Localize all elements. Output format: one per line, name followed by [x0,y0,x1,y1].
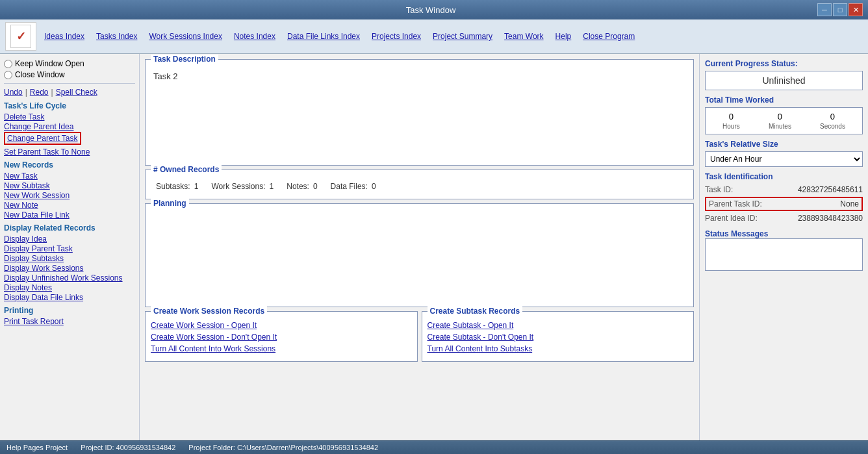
restore-button[interactable]: □ [833,3,847,16]
close-button[interactable]: ✕ [849,3,863,16]
create-subtask-dont-open-it-link[interactable]: Create Subtask - Don't Open It [428,333,689,342]
new-note-link[interactable]: New Note [4,201,135,210]
data-files-item: Data Files: 0 [331,182,376,191]
printing-title: Printing [4,306,135,315]
seconds-value: 0 [830,112,835,121]
notes-label: Notes: [287,182,309,191]
create-work-session-open-it-link[interactable]: Create Work Session - Open It [151,321,412,330]
spell-check-link[interactable]: Spell Check [56,88,97,97]
relative-size-title: Task's Relative Size [705,140,863,149]
keep-window-open-radio[interactable] [4,60,12,68]
print-task-report-link[interactable]: Print Task Report [4,317,135,326]
create-work-session-dont-open-it-link[interactable]: Create Work Session - Don't Open It [151,333,412,342]
display-unfinished-work-sessions-link[interactable]: Display Unfinished Work Sessions [4,273,135,283]
data-files-value: 0 [372,182,376,191]
menu-item-project-summary[interactable]: Project Summary [433,32,492,41]
minutes-label: Minutes [769,123,791,130]
task-description-value[interactable]: Task 2 [151,69,688,160]
create-subtask-open-it-link[interactable]: Create Subtask - Open It [428,321,689,330]
redo-link[interactable]: Redo [30,88,49,97]
work-sessions-item: Work Sessions: 1 [211,182,274,191]
lifecycle-title: Task's Life Cycle [4,101,135,110]
notes-item: Notes: 0 [287,182,317,191]
turn-content-into-subtasks-link[interactable]: Turn All Content Into Subtasks [428,344,689,353]
status-bar: Help Pages Project Project ID: 400956931… [0,440,868,454]
work-sessions-value: 1 [270,182,274,191]
status-project-folder: Project Folder: C:\Users\Darren\Projects… [188,444,378,451]
menu-item-tasks-index[interactable]: Tasks Index [96,32,137,41]
menu-item-close-program[interactable]: Close Program [583,32,635,41]
turn-content-into-work-sessions-link[interactable]: Turn All Content Into Work Sessions [151,344,412,353]
menu-item-notes-index[interactable]: Notes Index [234,32,275,41]
parent-idea-id-value: 238893848423380 [798,214,863,223]
menu-item-data-file-links-index[interactable]: Data File Links Index [287,32,360,41]
owned-records-group: # Owned Records Subtasks: 1 Work Session… [145,170,694,199]
right-panel: Current Progress Status: Unfinished Tota… [699,54,868,440]
display-notes-link[interactable]: Display Notes [4,283,135,292]
parent-idea-id-row: Parent Idea ID: 238893848423380 [705,212,863,224]
status-project: Help Pages Project [6,444,68,451]
content-area: Keep Window Open Close Window Undo | Red… [0,54,868,440]
parent-task-id-label: Parent Task ID: [709,199,762,208]
relative-size-row[interactable]: Under An Hour [705,151,863,167]
display-parent-task-link[interactable]: Display Parent Task [4,244,135,253]
task-identification-title: Task Identification [705,172,863,181]
window-title: Task Window [44,5,817,15]
close-window-radio[interactable] [4,71,12,79]
progress-status-value: Unfinished [705,71,863,90]
planning-group: Planning [145,203,694,307]
task-id-row: Task ID: 428327256485611 [705,184,863,195]
create-work-session-panel: Create Work Session Records Create Work … [145,311,418,362]
minutes-col: 0 Minutes [769,112,791,130]
status-messages-box [705,238,863,271]
display-subtasks-link[interactable]: Display Subtasks [4,254,135,263]
create-subtask-title: Create Subtask Records [428,307,523,316]
close-window-label: Close Window [15,70,65,79]
hours-value: 0 [729,112,734,121]
menu-item-ideas-index[interactable]: Ideas Index [44,32,84,41]
change-parent-idea-link[interactable]: Change Parent Idea [4,122,135,131]
create-work-session-title: Create Work Session Records [151,307,267,316]
parent-task-id-row: Parent Task ID: None [705,197,863,211]
new-subtask-link[interactable]: New Subtask [4,181,135,190]
subtasks-label: Subtasks: [156,182,190,191]
change-parent-task-link[interactable]: Change Parent Task [4,132,81,145]
close-window-option[interactable]: Close Window [4,70,135,79]
menu-item-work-sessions-index[interactable]: Work Sessions Index [149,32,222,41]
window-controls: ─ □ ✕ [817,3,863,16]
seconds-label: Seconds [820,123,845,130]
planning-title: Planning [151,199,189,208]
create-subtask-panel: Create Subtask Records Create Subtask - … [422,311,695,362]
minutes-value: 0 [778,112,782,121]
edit-actions: Undo | Redo | Spell Check [4,88,135,97]
parent-idea-id-label: Parent Idea ID: [705,214,758,223]
menu-item-help[interactable]: Help [555,32,572,41]
keep-window-open-label: Keep Window Open [15,59,84,68]
task-id-value: 428327256485611 [798,185,863,194]
new-records-title: New Records [4,160,135,170]
minimize-button[interactable]: ─ [817,3,832,16]
set-parent-task-none-link[interactable]: Set Parent Task To None [4,147,135,157]
menu-item-team-work[interactable]: Team Work [504,32,543,41]
total-time-title: Total Time Worked [705,95,863,105]
display-work-sessions-link[interactable]: Display Work Sessions [4,264,135,273]
menu-item-projects-index[interactable]: Projects Index [372,32,421,41]
undo-link[interactable]: Undo [4,88,23,97]
display-related-title: Display Related Records [4,223,135,233]
main-window: Ideas Index Tasks Index Work Sessions In… [0,19,868,454]
display-data-file-links-link[interactable]: Display Data File Links [4,293,135,302]
parent-task-id-value: None [840,199,859,208]
data-files-label: Data Files: [331,182,368,191]
owned-records-title: # Owned Records [151,165,222,174]
seconds-col: 0 Seconds [820,112,845,130]
new-task-link[interactable]: New Task [4,171,135,181]
relative-size-select[interactable]: Under An Hour [705,151,863,167]
task-id-label: Task ID: [705,185,733,194]
menu-items: Ideas Index Tasks Index Work Sessions In… [44,32,635,41]
new-work-session-link[interactable]: New Work Session [4,191,135,200]
keep-window-open-option[interactable]: Keep Window Open [4,59,135,68]
display-idea-link[interactable]: Display Idea [4,234,135,244]
menu-bar: Ideas Index Tasks Index Work Sessions In… [0,19,868,54]
delete-task-link[interactable]: Delete Task [4,112,135,121]
new-data-file-link-link[interactable]: New Data File Link [4,210,135,220]
